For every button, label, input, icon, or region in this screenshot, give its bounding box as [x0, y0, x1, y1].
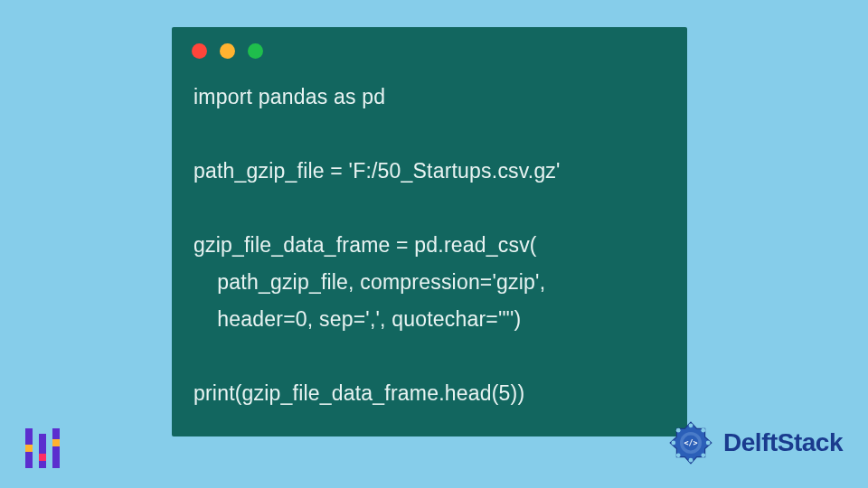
minimize-icon — [220, 43, 235, 59]
svg-point-4 — [689, 423, 693, 427]
svg-text:</>: </> — [684, 438, 697, 447]
svg-point-10 — [671, 441, 675, 446]
svg-point-8 — [689, 458, 693, 463]
brand-badge-icon: </> — [664, 416, 718, 470]
svg-point-6 — [706, 441, 711, 446]
brand-logo: </> DelftStack — [664, 416, 843, 470]
code-body: import pandas as pd path_gzip_file = 'F:… — [172, 68, 687, 411]
svg-point-9 — [676, 453, 681, 457]
code-window: import pandas as pd path_gzip_file = 'F:… — [172, 27, 687, 436]
svg-point-5 — [701, 428, 705, 433]
window-titlebar — [172, 27, 687, 68]
close-icon — [192, 43, 207, 59]
svg-point-11 — [676, 428, 681, 433]
logo-left-icon — [25, 428, 60, 468]
maximize-icon — [248, 43, 263, 59]
svg-point-7 — [701, 453, 705, 457]
brand-name: DelftStack — [723, 428, 843, 457]
